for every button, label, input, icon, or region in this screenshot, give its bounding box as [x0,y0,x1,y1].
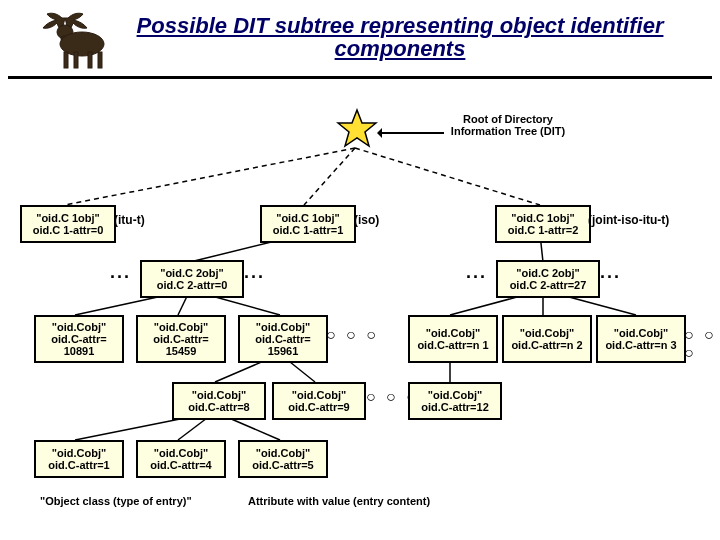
legend-attr: Attribute with value (entry content) [248,495,430,507]
svg-line-8 [304,148,355,205]
node-c-8: "oid.Cobj"oid.C-attr=8 [172,382,266,420]
node-c-15459: "oid.Cobj"oid.C-attr= 15459 [136,315,226,363]
svg-rect-6 [98,52,102,68]
node-c-15961: "oid.Cobj"oid.C-attr= 15961 [238,315,328,363]
node-c-4: "oid.Cobj"oid.C-attr=4 [136,440,226,478]
root-label: Root of Directory Information Tree (DIT) [448,113,568,137]
legend-class: "Object class (type of entry)" [40,495,192,507]
ellipsis-icon: ... [244,262,265,283]
node-c1-2: "oid.C 1obj"oid.C 1-attr=2 [495,205,591,243]
ellipsis-icon: ... [110,262,131,283]
node-c-10891: "oid.Cobj"oid.C-attr= 10891 [34,315,124,363]
ellipsis-icon: ○ ○ ○ [326,326,379,344]
node-c-12: "oid.Cobj"oid.C-attr=12 [408,382,502,420]
svg-rect-5 [88,52,92,68]
node-c1-0: "oid.C 1obj"oid.C 1-attr=0 [20,205,116,243]
node-c1-2-side: (joint-iso-itu-t) [588,213,669,227]
node-c-9: "oid.Cobj"oid.C-attr=9 [272,382,366,420]
svg-line-9 [355,148,540,205]
node-c-5: "oid.Cobj"oid.C-attr=5 [238,440,328,478]
node-c2-27: "oid.C 2obj"oid.C 2-attr=27 [496,260,600,298]
node-c-n1: "oid.Cobj"oid.C-attr=n 1 [408,315,498,363]
node-c-n2: "oid.Cobj"oid.C-attr=n 2 [502,315,592,363]
svg-rect-3 [64,52,68,68]
root-arrow-icon [378,132,444,134]
svg-rect-4 [74,52,78,68]
slide-title: Possible DIT subtree representing object… [80,14,720,60]
moose-icon [28,12,116,76]
ellipsis-icon: ○ ○ ○ [684,326,720,362]
svg-marker-24 [338,110,376,146]
node-c1-1-side: (iso) [354,213,379,227]
node-c-1: "oid.Cobj"oid.C-attr=1 [34,440,124,478]
node-c1-1: "oid.C 1obj"oid.C 1-attr=1 [260,205,356,243]
node-c-n3: "oid.Cobj"oid.C-attr=n 3 [596,315,686,363]
header-rule [8,76,712,79]
ellipsis-icon: ... [600,262,621,283]
node-c2-0: "oid.C 2obj"oid.C 2-attr=0 [140,260,244,298]
ellipsis-icon: ... [466,262,487,283]
node-c1-0-side: (itu-t) [114,213,145,227]
svg-line-7 [65,148,355,205]
